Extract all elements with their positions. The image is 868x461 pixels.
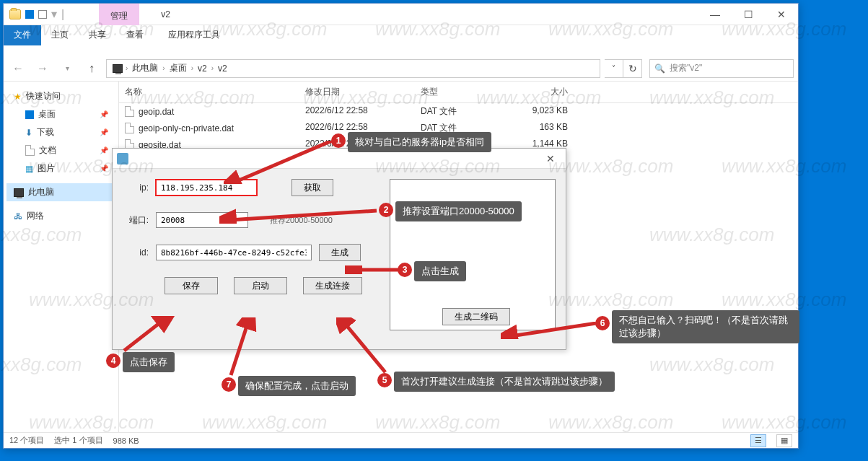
close-button[interactable]: ✕ xyxy=(765,4,798,25)
address-bar: ← → ▾ ↑ › 此电脑› 桌面› v2› v2 ˅ ↻ 🔍 搜索"v2" xyxy=(4,56,798,82)
nav-pics[interactable]: ▦图片📌 xyxy=(6,159,115,177)
nav-thispc[interactable]: 此电脑 xyxy=(6,183,115,201)
pin-icon: 📌 xyxy=(100,128,108,136)
network-icon: 🖧 xyxy=(14,211,22,221)
addr-dropdown[interactable]: ˅ xyxy=(605,59,623,78)
status-selection: 选中 1 个项目 xyxy=(54,435,102,446)
nav-up-button[interactable]: ↑ xyxy=(82,58,102,79)
col-name[interactable]: 名称 xyxy=(119,82,299,102)
search-icon: 🔍 xyxy=(654,63,665,74)
port-hint: 推荐20000-50000 xyxy=(270,215,333,226)
window-title: v2 xyxy=(139,4,698,25)
nav-quickaccess[interactable]: ★快速访问 xyxy=(6,87,115,105)
qat-icon[interactable] xyxy=(38,10,47,19)
crumb-v2-2[interactable]: v2 xyxy=(214,63,232,74)
doc-icon xyxy=(25,145,35,156)
view-icons-button[interactable]: ▦ xyxy=(776,434,792,447)
titlebar: ▾ | 管理 v2 — ☐ ✕ xyxy=(4,4,798,25)
status-count: 12 个项目 xyxy=(9,435,44,446)
nav-recent-button[interactable]: ▾ xyxy=(57,58,77,79)
crumb-v2[interactable]: v2 xyxy=(193,63,211,74)
column-headers: 名称 修改日期 类型 大小 xyxy=(119,82,798,103)
file-icon xyxy=(125,106,134,117)
tab-home[interactable]: 主页 xyxy=(41,25,79,45)
nav-docs[interactable]: 文档📌 xyxy=(6,141,115,159)
pin-icon: 📌 xyxy=(100,110,108,118)
tab-apptools[interactable]: 应用程序工具 xyxy=(158,25,230,45)
qrcode-preview: 生成二维码 xyxy=(390,179,556,330)
quick-access-toolbar: ▾ | xyxy=(4,4,70,25)
col-type[interactable]: 类型 xyxy=(415,82,501,102)
gen-qrcode-button[interactable]: 生成二维码 xyxy=(442,308,510,325)
crumb-desktop[interactable]: 桌面 xyxy=(165,62,191,74)
app-icon xyxy=(117,153,128,164)
status-size: 988 KB xyxy=(113,436,139,445)
nav-network[interactable]: 🖧网络 xyxy=(6,207,115,225)
status-bar: 12 个项目 选中 1 个项目 988 KB ☰ ▦ xyxy=(4,432,798,448)
col-size[interactable]: 大小 xyxy=(501,82,574,102)
id-input[interactable] xyxy=(156,245,312,260)
nav-forward-button: → xyxy=(32,58,53,79)
folder-icon xyxy=(9,9,21,19)
file-row[interactable]: geoip.dat 2022/6/12 22:58 DAT 文件 9,023 K… xyxy=(119,103,798,120)
pin-icon: 📌 xyxy=(100,146,108,154)
context-tab-header: 管理 xyxy=(99,4,139,25)
nav-back-button[interactable]: ← xyxy=(8,58,28,79)
pc-icon xyxy=(14,188,24,197)
generate-id-button[interactable]: 生成 xyxy=(319,244,361,261)
gen-link-button[interactable]: 生成连接 xyxy=(303,277,362,294)
dialog-close-button[interactable]: ✕ xyxy=(540,150,561,167)
save-button[interactable]: 保存 xyxy=(165,277,218,294)
pc-icon xyxy=(113,64,123,73)
nav-downloads[interactable]: ⬇下载📌 xyxy=(6,123,115,141)
download-icon: ⬇ xyxy=(25,128,32,138)
search-placeholder: 搜索"v2" xyxy=(670,62,702,74)
desktop-icon xyxy=(25,110,34,119)
tab-file[interactable]: 文件 xyxy=(4,25,41,45)
ip-input[interactable] xyxy=(156,180,257,196)
crumb-thispc[interactable]: 此电脑 xyxy=(128,62,162,74)
breadcrumb[interactable]: › 此电脑› 桌面› v2› v2 xyxy=(106,59,600,78)
qat-icon[interactable] xyxy=(25,10,34,19)
pin-icon: 📌 xyxy=(100,164,108,172)
minimize-button[interactable]: — xyxy=(698,4,732,25)
get-ip-button[interactable]: 获取 xyxy=(291,179,333,196)
file-row[interactable]: geoip-only-cn-private.dat 2022/6/12 22:5… xyxy=(119,120,798,136)
maximize-button[interactable]: ☐ xyxy=(732,4,765,25)
nav-pane: ★快速访问 桌面📌 ⬇下载📌 文档📌 ▦图片📌 此电脑 🖧网络 xyxy=(4,82,119,432)
start-button[interactable]: 启动 xyxy=(234,277,287,294)
port-label: 端口: xyxy=(123,214,149,227)
col-modified[interactable]: 修改日期 xyxy=(299,82,415,102)
id-label: id: xyxy=(123,247,149,258)
config-dialog: ✕ ip: 获取 端口: 推荐20000-50000 id: 生成 保存 xyxy=(112,148,566,350)
file-icon xyxy=(125,123,134,133)
qat-divider: ▾ xyxy=(51,7,57,21)
tab-share[interactable]: 共享 xyxy=(79,25,116,45)
star-icon: ★ xyxy=(14,92,22,102)
nav-desktop[interactable]: 桌面📌 xyxy=(6,105,115,123)
ip-label: ip: xyxy=(123,183,149,193)
pic-icon: ▦ xyxy=(25,164,33,174)
dialog-titlebar: ✕ xyxy=(113,149,566,169)
port-input[interactable] xyxy=(156,212,248,228)
refresh-button[interactable]: ↻ xyxy=(623,59,642,78)
search-box[interactable]: 🔍 搜索"v2" xyxy=(649,59,794,78)
ribbon-tabs: 文件 主页 共享 查看 应用程序工具 xyxy=(4,25,798,45)
tab-view[interactable]: 查看 xyxy=(116,25,154,45)
view-details-button[interactable]: ☰ xyxy=(750,434,766,447)
